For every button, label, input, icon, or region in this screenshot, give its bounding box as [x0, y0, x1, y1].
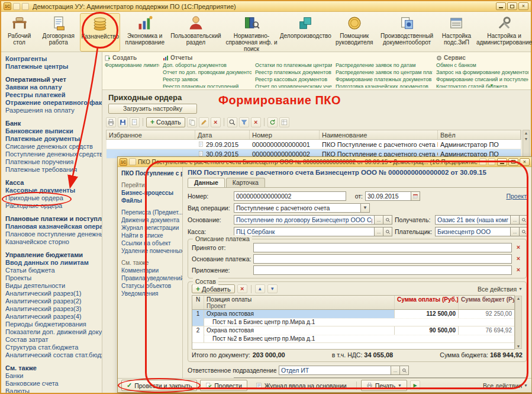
- command-form-payment-docs[interactable]: Формирование платежных документов: [336, 76, 433, 83]
- delete-icon[interactable]: ×: [211, 117, 221, 127]
- section-user[interactable]: Пользовательский раздел: [169, 13, 222, 52]
- find-icon[interactable]: [227, 117, 237, 127]
- quick-access-icon[interactable]: [22, 3, 29, 10]
- scroll-up-icon[interactable]: ▲: [524, 130, 528, 136]
- choose-icon[interactable]: ...: [391, 366, 400, 375]
- line-row[interactable]: 1 Охрана постовая 112 500,00 92 250,00 П…: [192, 310, 514, 326]
- column-header-project[interactable]: Проект: [207, 303, 392, 309]
- command-report-requests-register[interactable]: Реестр заявок: [163, 76, 252, 83]
- filter-icon[interactable]: [239, 117, 249, 127]
- sidebar-item-activity-types[interactable]: Виды деятельности: [5, 282, 102, 290]
- maximize-button[interactable]: [507, 2, 517, 10]
- sidebar-item-planned-treasury-operation[interactable]: Плановая казначейская операция: [5, 223, 102, 230]
- sidebar-item-limits-input[interactable]: Ввод данных по лимитам: [5, 259, 102, 267]
- operation-type-field[interactable]: [234, 203, 361, 213]
- sidebar-item-budget-stat-analytic[interactable]: Аналитический состав стат.бюджета: [5, 351, 102, 359]
- sidebar-item-bank-accounts[interactable]: Банковские счета: [5, 380, 102, 387]
- receiver-field[interactable]: [435, 215, 511, 225]
- load-settings-button[interactable]: Загрузить настройку: [108, 104, 197, 114]
- column-header-favorites[interactable]: Избранное: [107, 130, 195, 139]
- command-report-add-postings[interactable]: Отчет по доп. проводкам документов: [163, 69, 252, 76]
- sidebar-item-cost-structure[interactable]: Состав затрат: [5, 336, 102, 344]
- move-down-icon[interactable]: ▼: [267, 284, 278, 293]
- date-field[interactable]: [365, 191, 411, 201]
- section-desktop[interactable]: Рабочий стол: [2, 13, 37, 52]
- minimize-button[interactable]: [496, 2, 506, 10]
- section-economy[interactable]: Экономика и планирование: [120, 13, 169, 52]
- dialog-nav-notifications[interactable]: Уведомления: [121, 290, 182, 297]
- dialog-nav-correspondence[interactable]: Переписка (Предмет...: [121, 209, 182, 216]
- edit-icon[interactable]: [199, 117, 209, 127]
- sidebar-item-budget-articles[interactable]: Статьи бюджета: [5, 267, 102, 274]
- sidebar-item-currencies[interactable]: Валюты: [5, 387, 102, 393]
- sidebar-item-analytic-2[interactable]: Аналитический разрез(2): [5, 297, 102, 305]
- section-production-docs[interactable]: Производственный документооборот: [378, 13, 436, 52]
- create-button[interactable]: + Создать: [146, 117, 185, 127]
- refresh-icon[interactable]: [267, 117, 278, 127]
- payer-field[interactable]: [435, 227, 511, 236]
- command-report-planned-receipts[interactable]: Реестр плановых поступлений: [163, 83, 252, 88]
- number-field[interactable]: [234, 191, 346, 201]
- column-header-date[interactable]: Дата: [195, 130, 250, 139]
- command-bank-exchange[interactable]: Обмен с банком: [436, 62, 528, 69]
- sidebar-item-cash-receipt-orders[interactable]: Приходные ордера: [5, 194, 102, 202]
- sidebar-item-payment-requests[interactable]: Заявки на оплату: [5, 84, 102, 91]
- post-and-close-button[interactable]: ✓ Провести и закрыть: [121, 380, 197, 391]
- cashdesk-field[interactable]: [234, 227, 375, 236]
- department-field[interactable]: [279, 366, 391, 375]
- appendix-field[interactable]: [253, 265, 512, 275]
- command-report-cash-docs-register[interactable]: Реестр кассовых документов: [255, 76, 332, 83]
- tab-data[interactable]: Данные: [188, 178, 225, 187]
- sidebar-item-cash-documents[interactable]: Кассовые документы: [5, 187, 102, 194]
- choose-icon[interactable]: ...: [375, 227, 383, 236]
- command-report-add-turnovers[interactable]: Доп. обороты документов: [163, 62, 252, 69]
- maximize-button[interactable]: [508, 158, 518, 166]
- sidebar-item-projects[interactable]: Проекты: [5, 274, 102, 282]
- open-icon[interactable]: [383, 227, 392, 236]
- column-header-position[interactable]: Позиция оплаты: [207, 296, 392, 303]
- column-header-author[interactable]: Ввёл: [438, 130, 521, 139]
- sidebar-item-payment-permissions[interactable]: Разрешения на оплату: [5, 107, 102, 114]
- sidebar-item-contractors[interactable]: Контрагенты: [5, 55, 102, 63]
- add-line-button[interactable]: + Добавить: [192, 284, 235, 293]
- view-settings-icon[interactable]: [279, 117, 289, 127]
- sidebar-item-payment-claims[interactable]: Платежные требования: [5, 166, 102, 174]
- sidebar-item-doc-movement-indicators[interactable]: Показатели доп. движений документов: [5, 328, 102, 336]
- pin-icon[interactable]: [479, 158, 486, 165]
- sidebar-item-analytic-4[interactable]: Аналитический разрез(4): [5, 313, 102, 321]
- command-budget-articles-constructor[interactable]: Конструктор статей бюджета: [436, 83, 528, 88]
- basis-field[interactable]: [234, 215, 375, 225]
- dropdown-icon[interactable]: ▼: [361, 203, 370, 213]
- delete-line-icon[interactable]: ×: [237, 284, 247, 293]
- collapse-panel-icon[interactable]: ▼: [489, 83, 494, 88]
- column-header-name[interactable]: Наименование: [320, 130, 438, 139]
- column-header-number[interactable]: Номер: [250, 130, 320, 139]
- section-administration[interactable]: Настройка и администрирование: [478, 13, 531, 52]
- section-reference[interactable]: Нормативно-справочная инф. и поиск: [223, 13, 281, 52]
- sidebar-item-cash-expense-orders[interactable]: Расходные ордера: [5, 202, 102, 210]
- choose-icon[interactable]: ...: [511, 215, 520, 225]
- sidebar-item-analytic-1[interactable]: Аналитический разрез(1): [5, 290, 102, 297]
- dialog-nav-files[interactable]: Файлы: [121, 197, 182, 204]
- dialog-nav-find-in-list[interactable]: Найти в списке: [121, 232, 182, 239]
- clear-filter-icon[interactable]: ×: [251, 117, 261, 127]
- copy-icon[interactable]: [187, 117, 197, 127]
- input-journal-button[interactable]: Журнал ввода на основании: [250, 380, 352, 391]
- open-icon[interactable]: [520, 215, 528, 225]
- minimize-button[interactable]: [497, 158, 507, 166]
- clear-icon[interactable]: ×: [514, 244, 523, 252]
- command-distribute-by-centers[interactable]: Распределение заявок по центрам платежа: [336, 69, 433, 76]
- open-icon[interactable]: [400, 366, 409, 375]
- post-button[interactable]: Провести: [200, 380, 247, 391]
- save-icon[interactable]: [118, 117, 128, 127]
- tab-card[interactable]: Карточка: [226, 178, 265, 187]
- footer-all-actions-button[interactable]: Все действия ▼: [483, 382, 528, 389]
- list-scrollbar[interactable]: ▲ ▼: [523, 130, 530, 159]
- column-header-budget-sum[interactable]: Сумма бюджет (Руб.): [459, 296, 514, 309]
- sidebar-item-budget-periods[interactable]: Периоды бюджетирования: [5, 321, 102, 328]
- scroll-down-icon[interactable]: ▼: [517, 344, 521, 348]
- line-row[interactable]: 2 Охрана постовая 90 500,00 76 694,92 По…: [192, 326, 514, 343]
- calendar-icon[interactable]: [411, 191, 420, 201]
- command-report-payment-center-balances[interactable]: Остатки по платежным центрам: [255, 62, 332, 69]
- sidebar-item-payment-orders[interactable]: Платежные поручения: [5, 158, 102, 166]
